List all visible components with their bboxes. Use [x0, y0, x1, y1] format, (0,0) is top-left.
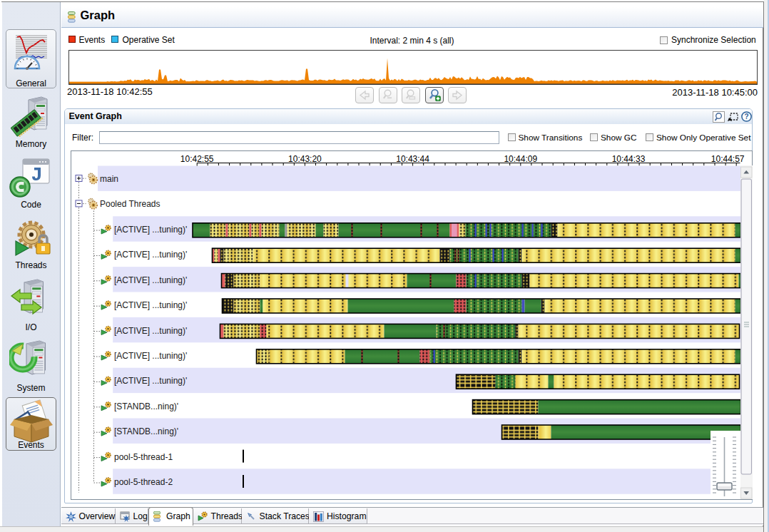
svg-text:[STANDB...ning)': [STANDB...ning)' — [114, 401, 178, 411]
svg-text:main: main — [100, 173, 118, 183]
svg-text:[ACTIVE] ...tuning)': [ACTIVE] ...tuning)' — [114, 250, 187, 260]
svg-text:10:43:20: 10:43:20 — [288, 153, 322, 163]
svg-text:[ACTIVE] ...tuning)': [ACTIVE] ...tuning)' — [114, 300, 187, 310]
svg-text:[ACTIVE] ...tuning)': [ACTIVE] ...tuning)' — [114, 325, 187, 335]
svg-text:pool-5-thread-2: pool-5-thread-2 — [114, 477, 173, 487]
svg-text:[ACTIVE] ...tuning)': [ACTIVE] ...tuning)' — [114, 376, 187, 386]
svg-text:10:42:55: 10:42:55 — [180, 153, 213, 163]
svg-text:pool-5-thread-1: pool-5-thread-1 — [114, 451, 173, 461]
svg-text:10:44:57: 10:44:57 — [711, 153, 744, 163]
svg-text:10:44:33: 10:44:33 — [611, 153, 645, 163]
svg-text:?: ? — [744, 113, 748, 121]
svg-text:[ACTIVE] ...tuning)': [ACTIVE] ...tuning)' — [114, 225, 187, 235]
svg-text:[ACTIVE] ...tuning)': [ACTIVE] ...tuning)' — [114, 275, 187, 285]
svg-text:[ACTIVE] ...tuning)': [ACTIVE] ...tuning)' — [114, 351, 187, 361]
svg-text:[STANDB...ning)': [STANDB...ning)' — [114, 426, 178, 436]
svg-text:10:44:09: 10:44:09 — [504, 153, 537, 163]
svg-text:Pooled Threads: Pooled Threads — [100, 199, 161, 209]
svg-text:10:43:44: 10:43:44 — [396, 153, 429, 163]
